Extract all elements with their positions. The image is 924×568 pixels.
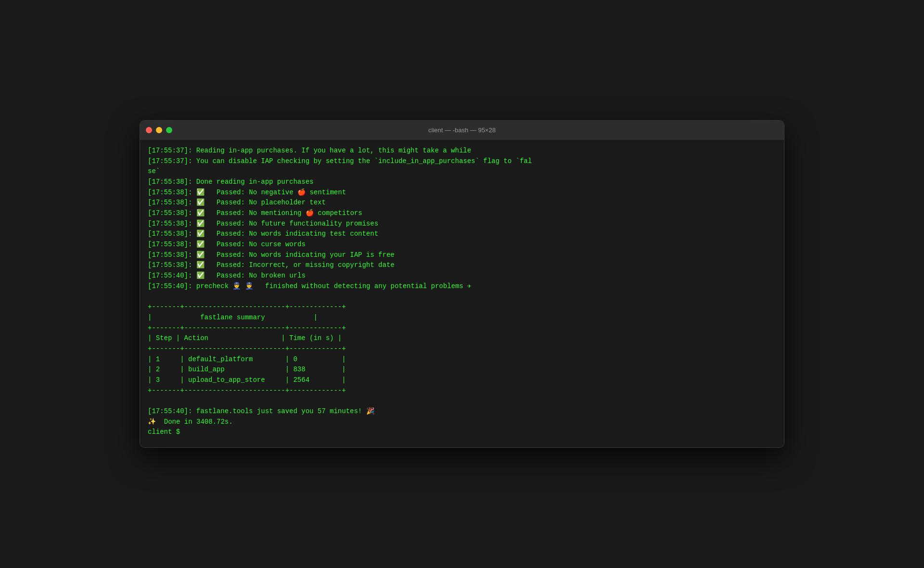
terminal-line: | fastlane summary |: [148, 313, 776, 323]
terminal-line: [17:55:38]: ✅ Passed: No placeholder tex…: [148, 198, 776, 208]
terminal-line: [17:55:40]: precheck 👮 👮 finished withou…: [148, 281, 776, 292]
terminal-line: +-------+-------------------------+-----…: [148, 344, 776, 354]
terminal-line: [17:55:38]: ✅ Passed: No future function…: [148, 219, 776, 229]
traffic-lights: [146, 127, 172, 133]
terminal-prompt: client $: [148, 427, 776, 438]
titlebar: client — -bash — 95×28: [140, 121, 784, 140]
terminal-line: [17:55:38]: ✅ Passed: No words indicatin…: [148, 250, 776, 261]
terminal-line: [17:55:38]: ✅ Passed: Incorrect, or miss…: [148, 260, 776, 271]
maximize-button[interactable]: [166, 127, 172, 133]
terminal-line: [17:55:38]: ✅ Passed: No curse words: [148, 240, 776, 250]
close-button[interactable]: [146, 127, 152, 133]
terminal-line: [17:55:38]: ✅ Passed: No negative 🍎 sent…: [148, 188, 776, 198]
terminal-line: [17:55:40]: ✅ Passed: No broken urls: [148, 271, 776, 281]
terminal-window: client — -bash — 95×28 [17:55:37]: Readi…: [140, 120, 784, 448]
terminal-line: [17:55:38]: ✅ Passed: No words indicatin…: [148, 229, 776, 240]
window-title: client — -bash — 95×28: [428, 126, 496, 134]
terminal-line: [17:55:40]: fastlane.tools just saved yo…: [148, 406, 776, 417]
terminal-line: [17:55:37]: You can disable IAP checking…: [148, 156, 776, 167]
minimize-button[interactable]: [156, 127, 162, 133]
empty-line: [148, 292, 776, 303]
terminal-line: [17:55:38]: ✅ Passed: No mentioning 🍎 co…: [148, 208, 776, 219]
terminal-line: se`: [148, 166, 776, 177]
terminal-line: +-------+-------------------------+-----…: [148, 302, 776, 313]
terminal-line: | 1 | default_platform | 0 |: [148, 354, 776, 365]
terminal-line: ✨ Done in 3408.72s.: [148, 417, 776, 428]
terminal-line: +-------+-------------------------+-----…: [148, 323, 776, 334]
terminal-line: [17:55:38]: Done reading in-app purchase…: [148, 177, 776, 188]
terminal-line: [17:55:37]: Reading in-app purchases. If…: [148, 146, 776, 156]
terminal-line: | Step | Action | Time (in s) |: [148, 333, 776, 344]
terminal-body: [17:55:37]: Reading in-app purchases. If…: [140, 140, 784, 447]
terminal-line: | 3 | upload_to_app_store | 2564 |: [148, 375, 776, 386]
empty-line: [148, 396, 776, 406]
terminal-line: +-------+-------------------------+-----…: [148, 386, 776, 396]
terminal-line: | 2 | build_app | 838 |: [148, 365, 776, 375]
